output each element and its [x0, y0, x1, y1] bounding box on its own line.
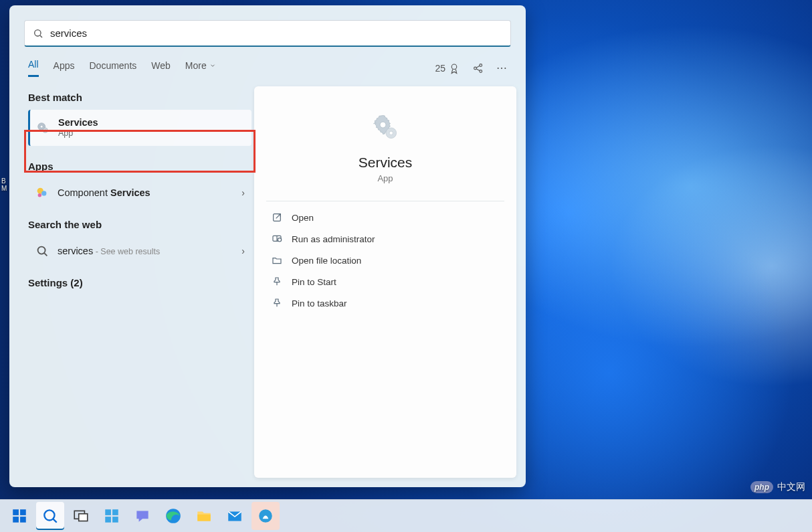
svg-point-5	[480, 70, 482, 72]
more-options-button[interactable]: ⋯	[496, 62, 507, 74]
taskbar	[0, 499, 812, 532]
services-gear-icon-large	[371, 113, 399, 141]
svg-point-22	[278, 238, 281, 242]
action-run-admin-label: Run as administrator	[292, 234, 375, 244]
php-logo: php	[750, 481, 773, 493]
svg-point-13	[41, 191, 46, 195]
search-tabs: All Apps Documents Web More 25 ⋯	[9, 47, 526, 77]
web-result-label: services - See web results	[58, 246, 160, 256]
search-web-heading: Search the web	[28, 215, 251, 237]
svg-point-19	[389, 131, 393, 135]
search-button[interactable]	[36, 502, 64, 530]
settings-heading[interactable]: Settings (2)	[28, 273, 251, 295]
action-pin-start[interactable]: Pin to Start	[266, 271, 504, 292]
apps-heading: Apps	[28, 157, 251, 179]
action-pin-taskbar[interactable]: Pin to taskbar	[266, 292, 504, 314]
pin-icon	[272, 276, 282, 287]
open-icon	[272, 212, 282, 223]
tab-documents[interactable]: Documents	[89, 59, 136, 77]
best-match-subtitle: App	[58, 128, 98, 139]
rewards-points: 25	[435, 63, 445, 74]
start-search-panel: All Apps Documents Web More 25 ⋯	[9, 5, 526, 487]
svg-rect-30	[79, 514, 88, 521]
svg-rect-25	[13, 517, 19, 523]
rewards-badge[interactable]: 25	[435, 62, 460, 74]
svg-point-9	[40, 125, 43, 128]
start-button[interactable]	[5, 502, 33, 530]
watermark: php 中文网	[750, 481, 805, 493]
desktop-icon-label-fragment: BM	[1, 177, 7, 192]
search-input[interactable]	[43, 27, 502, 39]
svg-line-7	[476, 68, 480, 70]
svg-rect-33	[105, 517, 111, 523]
divider	[266, 201, 504, 201]
tab-more[interactable]: More	[185, 59, 216, 77]
action-pin-taskbar-label: Pin to taskbar	[292, 298, 347, 308]
share-icon[interactable]	[472, 62, 484, 74]
preview-panel: Services App Open Run as administrator O…	[254, 86, 516, 478]
results-column: Best match Services App Apps	[19, 86, 251, 478]
watermark-text: 中文网	[777, 481, 805, 493]
svg-point-17	[380, 122, 386, 128]
search-icon	[33, 28, 43, 39]
file-explorer[interactable]	[190, 502, 218, 530]
svg-point-0	[35, 29, 41, 35]
best-match-result[interactable]: Services App	[28, 110, 251, 146]
svg-rect-32	[112, 509, 118, 515]
svg-rect-36	[197, 515, 211, 521]
svg-rect-23	[13, 509, 19, 515]
folder-icon	[272, 255, 282, 266]
search-box[interactable]	[24, 20, 511, 47]
svg-point-3	[474, 67, 477, 70]
svg-point-11	[44, 129, 45, 130]
svg-line-28	[53, 519, 56, 522]
tab-apps[interactable]: Apps	[54, 59, 75, 77]
svg-rect-31	[105, 509, 111, 515]
search-icon	[35, 244, 49, 258]
preview-title: Services	[359, 155, 413, 171]
best-match-heading: Best match	[28, 88, 251, 110]
svg-line-1	[40, 35, 42, 37]
action-open[interactable]: Open	[266, 207, 504, 228]
svg-line-6	[476, 66, 480, 68]
task-view-button[interactable]	[67, 502, 95, 530]
svg-line-16	[44, 253, 47, 256]
action-open-location[interactable]: Open file location	[266, 250, 504, 271]
action-pin-start-label: Pin to Start	[292, 277, 336, 287]
web-result-services[interactable]: services - See web results ›	[28, 237, 251, 265]
medal-icon	[448, 62, 460, 74]
svg-rect-26	[20, 517, 26, 523]
best-match-title: Services	[58, 116, 98, 128]
action-run-admin[interactable]: Run as administrator	[266, 228, 504, 250]
svg-point-27	[44, 510, 54, 520]
apps-result-component-services[interactable]: Component Services ›	[28, 179, 251, 207]
edge-browser[interactable]	[159, 502, 187, 530]
chevron-right-icon: ›	[241, 246, 245, 256]
pin-icon	[272, 298, 282, 308]
preview-subtitle: App	[377, 173, 393, 183]
svg-rect-34	[112, 517, 118, 523]
tab-all[interactable]: All	[28, 59, 39, 77]
svg-point-14	[38, 193, 42, 197]
action-open-label: Open	[292, 213, 314, 223]
action-open-location-label: Open file location	[292, 256, 361, 266]
svg-rect-24	[20, 509, 26, 515]
component-services-icon	[35, 185, 49, 200]
svg-point-4	[480, 64, 482, 66]
mail-app[interactable]	[221, 502, 249, 530]
tab-web[interactable]: Web	[151, 59, 171, 77]
widgets-button[interactable]	[98, 502, 126, 530]
apps-result-label: Component Services	[58, 187, 150, 198]
pinned-app[interactable]	[251, 502, 280, 530]
shield-icon	[272, 234, 282, 244]
chevron-down-icon	[209, 62, 216, 69]
svg-point-15	[38, 246, 45, 254]
chevron-right-icon: ›	[241, 187, 245, 198]
services-gear-icon	[35, 120, 50, 135]
chat-button[interactable]	[128, 502, 157, 530]
svg-point-2	[451, 64, 457, 70]
